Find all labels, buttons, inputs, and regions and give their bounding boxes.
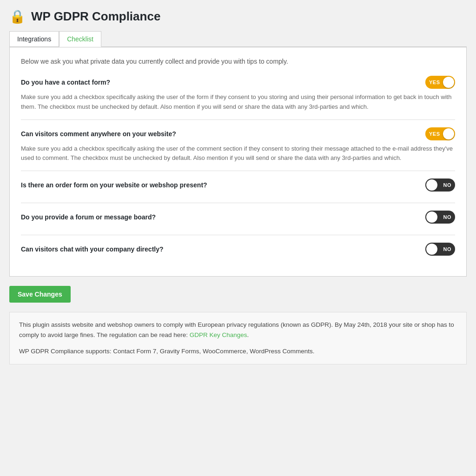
toggle-wrapper-forum: NO	[425, 211, 455, 224]
question-visitor-comments: Can visitors comment anywhere on your we…	[21, 119, 455, 171]
toggle-label-forum: NO	[443, 214, 452, 220]
info-paragraph-2: WP GDPR Compliance supports: Contact For…	[19, 346, 457, 357]
question-label-chat: Can visitors chat with your company dire…	[21, 245, 164, 253]
question-label-order-form: Is there an order form on your website o…	[21, 181, 207, 189]
question-label-visitor-comments: Can visitors comment anywhere on your we…	[21, 130, 176, 138]
toggle-label-visitor-comments: YES	[429, 131, 440, 137]
toggle-wrapper-contact-form: YES	[425, 76, 455, 89]
tab-checklist[interactable]: Checklist	[59, 31, 101, 47]
toggle-wrapper-visitor-comments: YES	[425, 127, 455, 140]
toggle-knob-contact-form	[443, 77, 454, 88]
toggle-knob-chat	[426, 244, 437, 255]
toggle-knob-visitor-comments	[443, 128, 454, 139]
tabs-bar: Integrations Checklist	[9, 31, 467, 47]
toggle-forum[interactable]: NO	[425, 211, 455, 224]
toggle-chat[interactable]: NO	[425, 243, 455, 256]
question-desc-contact-form: Make sure you add a checkbox specificall…	[21, 93, 455, 112]
save-changes-button[interactable]: Save Changes	[9, 286, 71, 303]
checklist-intro: Below we ask you what private data you c…	[21, 57, 455, 66]
question-order-form: Is there an order form on your website o…	[21, 171, 455, 203]
tab-integrations[interactable]: Integrations	[9, 31, 59, 46]
toggle-visitor-comments[interactable]: YES	[425, 127, 455, 140]
toggle-wrapper-chat: NO	[425, 243, 455, 256]
toggle-label-order-form: NO	[443, 182, 452, 188]
toggle-knob-forum	[426, 212, 437, 223]
toggle-label-contact-form: YES	[429, 79, 440, 85]
question-forum: Do you provide a forum or message board?…	[21, 203, 455, 235]
gdpr-link[interactable]: GDPR Key Changes	[190, 331, 247, 338]
toggle-wrapper-order-form: NO	[425, 178, 455, 192]
toggle-knob-order-form	[426, 179, 437, 191]
toggle-contact-form[interactable]: YES	[425, 76, 455, 89]
lock-icon: 🔒	[9, 10, 26, 23]
info-text-end: .	[247, 331, 249, 338]
checklist-card: Below we ask you what private data you c…	[9, 47, 467, 277]
page-header: 🔒 WP GDPR Compliance	[9, 9, 467, 24]
question-contact-form: Do you have a contact form? YES Make sur…	[21, 76, 455, 119]
info-box: This plugin assists website and webshop …	[9, 312, 467, 364]
question-chat: Can visitors chat with your company dire…	[21, 235, 455, 267]
info-paragraph-1: This plugin assists website and webshop …	[19, 320, 457, 341]
question-desc-visitor-comments: Make sure you add a checkbox specificall…	[21, 144, 455, 164]
toggle-label-chat: NO	[443, 246, 452, 252]
toggle-order-form[interactable]: NO	[425, 178, 455, 192]
page-title: WP GDPR Compliance	[31, 9, 160, 24]
question-label-forum: Do you provide a forum or message board?	[21, 213, 156, 221]
question-label-contact-form: Do you have a contact form?	[21, 79, 110, 86]
